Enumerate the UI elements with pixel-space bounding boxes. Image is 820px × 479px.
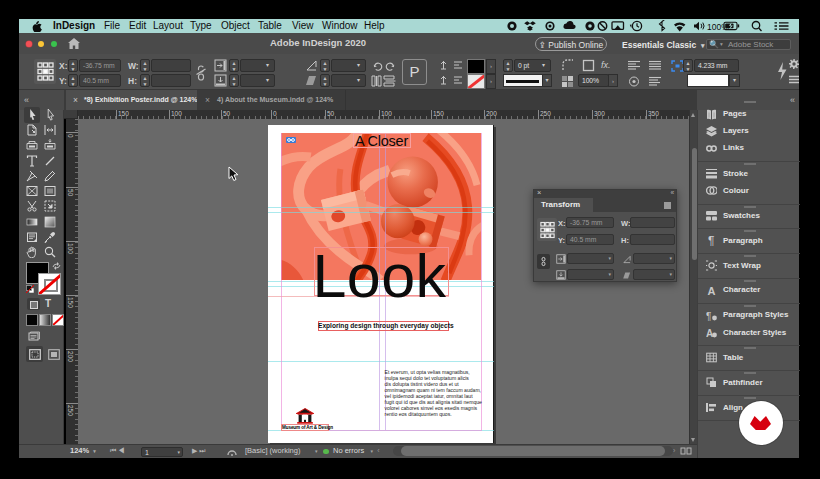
svg-text:¶: ¶ — [708, 235, 714, 246]
svg-text:A: A — [708, 285, 716, 296]
svg-text:A: A — [706, 328, 713, 338]
svg-text:¶: ¶ — [706, 311, 711, 321]
